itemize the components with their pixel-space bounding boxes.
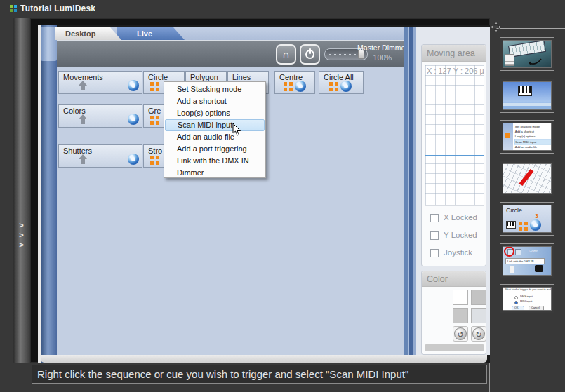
thumbnail-circle-button[interactable]: Circle 3 — [500, 202, 554, 236]
menu-item-link-with-the-dmx-in[interactable]: Link with the DMX IN — [165, 155, 265, 167]
toolbar: ∩ Master Dimmer 100% — [57, 40, 416, 67]
thumbnail-keyboard-sketch[interactable] — [500, 161, 554, 196]
power-button[interactable] — [300, 44, 320, 65]
menu-item-add-a-shortcut[interactable]: Add a shortcut — [165, 95, 265, 107]
moving-area-grid[interactable]: X : 127 Y : 206 µs — [425, 65, 484, 206]
checkbox-icon[interactable] — [430, 231, 439, 240]
radio-selected-icon — [514, 301, 518, 304]
color-swatch-white[interactable] — [453, 290, 468, 305]
color-panel-title: Color — [422, 271, 486, 287]
radio-icon — [514, 296, 518, 299]
seq-button-colors[interactable]: Colors — [58, 104, 142, 128]
trigger-dialog-preview-image: What kind of trigger do you want to make… — [503, 287, 552, 311]
window-bottom-edge — [41, 355, 487, 363]
seq-button-movements[interactable]: Movements — [58, 71, 142, 94]
tab-desktop[interactable]: Desktop — [55, 27, 121, 40]
swirl-icon — [340, 81, 352, 92]
menu-item-set-stacking-mode[interactable]: Set Stacking mode — [165, 83, 265, 95]
swirl-icon — [128, 154, 139, 165]
rotate-icon: ↺ — [454, 327, 467, 340]
move-cursor-icon[interactable] — [491, 22, 501, 32]
scroll-thumb[interactable] — [41, 27, 57, 61]
thumbnail-piano-keys[interactable] — [500, 79, 554, 113]
circle-button-preview-image: Circle 3 — [503, 205, 552, 233]
checkbox-icon[interactable] — [430, 214, 439, 222]
context-menu: Set Stacking mode Add a shortcut Loop(s)… — [164, 81, 266, 178]
color-swatch-light[interactable] — [471, 308, 486, 323]
menu-item-loops-options[interactable]: Loop(s) options — [165, 107, 265, 119]
context-menu-preview-image: Set Stacking mode Add a shortcut Loop(s)… — [503, 123, 552, 151]
grid-icon — [329, 82, 338, 91]
grid-icon — [150, 116, 159, 125]
upload-arrow-icon — [77, 80, 88, 91]
panel-divider — [489, 363, 490, 392]
tutorial-stage: Desktop Live ∩ Master Dimmer 100% — [30, 18, 490, 363]
thumbnail-dmx-link[interactable]: Gobo Link with the DMX IN — [500, 243, 554, 278]
swirl-icon — [295, 81, 306, 92]
dmx-link-preview-image: Gobo Link with the DMX IN — [503, 246, 552, 276]
piano-keys-image — [503, 81, 552, 110]
right-scroll-strip — [404, 27, 416, 355]
loop-icon: ∩ — [282, 48, 290, 60]
gobo-wheel-icon — [535, 265, 543, 272]
menu-item-scan-midi-input[interactable]: Scan MIDI input — [165, 119, 265, 131]
seq-button-centre[interactable]: Centre — [274, 71, 315, 94]
tutorial-caption: Right click the sequence or cue you wish… — [32, 365, 487, 384]
window-title: Tutorial LumiDesk — [20, 4, 95, 13]
panel-footer-bar — [425, 344, 484, 351]
upload-arrow-icon — [77, 154, 88, 165]
color-reset-button[interactable]: ↺ — [453, 326, 468, 342]
menu-item-dimmer[interactable]: Dimmer — [165, 167, 265, 179]
tooltip: Link with the DMX IN — [505, 258, 545, 264]
upload-arrow-icon — [77, 114, 88, 125]
mouse-cursor-icon — [232, 123, 241, 136]
loop-button[interactable]: ∩ — [276, 44, 296, 65]
keyboard-sketch-image — [503, 163, 552, 194]
tab-live[interactable]: Live — [117, 27, 185, 40]
position-line — [425, 155, 484, 156]
window-titlebar: Tutorial LumiDesk — [10, 3, 95, 14]
left-panel-handle[interactable]: > > > — [13, 18, 30, 363]
cancel-button: Cancel — [529, 306, 544, 311]
menu-item-add-an-audio-file[interactable]: Add an audio file — [165, 131, 265, 143]
color-swatch-gray2[interactable] — [453, 308, 468, 323]
swirl-icon — [128, 80, 139, 91]
rotate-icon: ↻ — [472, 327, 485, 340]
thumbnail-context-menu[interactable]: Set Stacking mode Add a shortcut Loop(s)… — [500, 120, 554, 154]
swirl-icon — [128, 114, 139, 125]
color-panel: Color ↺ ↻ — [421, 271, 486, 355]
red-circle-annotation — [504, 246, 514, 257]
swirl-icon — [530, 219, 541, 231]
fader-icon — [510, 266, 514, 273]
thumbnail-midi-controller[interactable] — [500, 37, 554, 71]
tool-icon — [515, 249, 521, 255]
checkbox-icon[interactable] — [430, 249, 439, 257]
moving-area-title: Moving area — [422, 45, 486, 62]
seq-button-circle-all[interactable]: Circle All — [319, 71, 364, 94]
piano-icon — [506, 221, 516, 229]
seq-button-shutters[interactable]: Shutters — [58, 144, 142, 168]
left-scroll-strip — [41, 25, 57, 363]
thumbnail-trigger-dialog[interactable]: What kind of trigger do you want to make… — [500, 284, 554, 313]
color-swatch-gray[interactable] — [471, 290, 486, 305]
moving-area-panel: Moving area X : 127 Y : 206 µs X Locked … — [421, 44, 486, 266]
lumidesk-screenshot: Desktop Live ∩ Master Dimmer 100% — [38, 25, 490, 363]
grid-icon — [284, 82, 293, 91]
color-cycle-button[interactable]: ↻ — [471, 326, 486, 342]
ok-button: OK — [512, 306, 524, 311]
tab-bar: Desktop Live — [57, 27, 416, 40]
grid-icon — [519, 222, 528, 231]
grid-icon — [150, 156, 159, 165]
midi-controller-image — [503, 40, 552, 68]
app-logo-icon — [10, 5, 17, 12]
chevron-right-icon: > > > — [13, 220, 30, 250]
xy-coordinates: X : 127 Y : 206 µs — [427, 67, 484, 75]
grid-icon — [150, 82, 159, 91]
menu-item-add-a-port-triggering[interactable]: Add a port triggering — [165, 143, 265, 155]
